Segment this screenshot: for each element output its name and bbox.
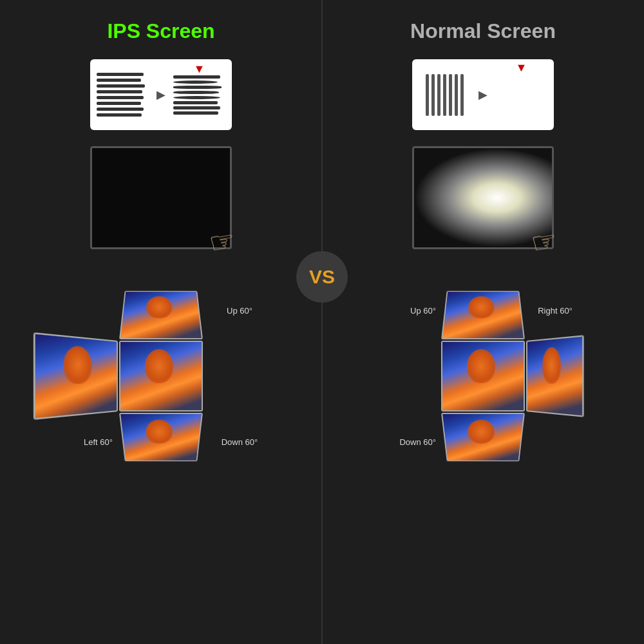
vs-label: VS [309, 266, 335, 288]
ips-crystal-lines-pressed: ▼ [173, 75, 225, 115]
down-arrow-ips: ▼ [194, 62, 205, 76]
ips-thumb-center-img [120, 342, 202, 410]
normal-label-down: Down 60° [382, 413, 440, 471]
normal-title: Normal Screen [410, 19, 556, 43]
ips-thumb-down [119, 413, 203, 461]
ips-monitor-wrap: ☞ [90, 146, 232, 249]
vertical-divider [321, 0, 323, 644]
normal-thumb-right-img [527, 337, 582, 415]
ips-thumb-up [119, 291, 203, 339]
ips-angle-grid: Up 60° Left 60° [47, 281, 275, 471]
normal-label-up: Up 60° [382, 281, 440, 339]
ips-thumb-down-img [120, 414, 202, 460]
ips-label-left: Left 60° [47, 413, 118, 471]
ips-thumb-left-img [35, 334, 117, 418]
normal-thumb-down-img [442, 414, 524, 460]
ips-label-down: Down 60° [204, 413, 275, 471]
normal-thumb-up [441, 291, 525, 339]
ips-crystal-lines-normal [97, 73, 149, 117]
down-arrow-normal: ▼ [516, 61, 527, 75]
ips-label-up: Up 60° [204, 281, 275, 339]
vs-badge: VS [296, 251, 348, 303]
normal-thumb-center [441, 341, 525, 412]
ips-thumb-left [33, 332, 118, 420]
arrow-right-normal: ▶ [478, 88, 488, 102]
main-container: VS IPS Screen ▶ ▼ [0, 0, 644, 644]
normal-hand-icon: ☞ [529, 223, 560, 261]
ips-panel: IPS Screen ▶ ▼ [0, 0, 322, 644]
ips-hand-icon: ☞ [207, 223, 238, 261]
normal-thumb-center-img [442, 342, 524, 410]
ips-title: IPS Screen [107, 19, 214, 43]
normal-crystal-diagram: ▶ ▼ [412, 59, 554, 130]
normal-thumb-up-img [442, 292, 524, 338]
normal-crystal-lines-pressed: ▼ [495, 74, 547, 116]
normal-monitor-wrap: ☞ [412, 146, 554, 249]
ips-crystal-diagram: ▶ ▼ [90, 59, 232, 130]
arrow-right-ips: ▶ [156, 88, 166, 102]
normal-thumb-down [441, 413, 525, 461]
normal-crystal-lines [419, 74, 471, 116]
normal-angle-section: Up 60° Right 60° [335, 281, 631, 471]
ips-angle-section: Up 60° Left 60° [13, 281, 309, 471]
normal-panel: Normal Screen ▶ ▼ [322, 0, 644, 644]
normal-angle-grid: Up 60° Right 60° [382, 281, 584, 471]
ips-thumb-center [119, 341, 203, 412]
ips-thumb-up-img [120, 292, 202, 338]
normal-thumb-right [526, 335, 584, 417]
normal-label-right: Right 60° [526, 281, 584, 339]
